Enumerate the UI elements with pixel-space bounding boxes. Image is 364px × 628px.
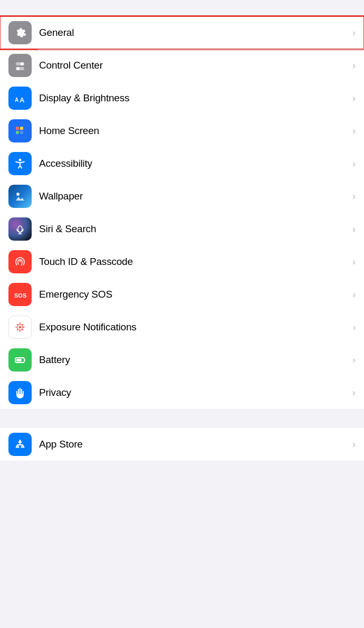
svg-line-23	[22, 329, 23, 330]
hand-icon	[8, 381, 32, 404]
chevron-right-icon: ›	[352, 158, 356, 169]
svg-text:SOS: SOS	[14, 292, 26, 299]
battery-icon	[8, 348, 32, 372]
chevron-right-icon: ›	[352, 60, 356, 71]
settings-row-wallpaper[interactable]: Wallpaper›	[0, 180, 364, 213]
svg-point-17	[19, 326, 21, 328]
settings-label-app-store: App Store	[39, 439, 348, 450]
settings-row-exposure-notifications[interactable]: Exposure Notifications›	[0, 311, 364, 344]
settings-label-emergency-sos: Emergency SOS	[39, 289, 348, 300]
settings-label-privacy: Privacy	[39, 387, 348, 398]
section-gap	[0, 409, 364, 428]
settings-label-general: General	[39, 27, 348, 39]
toggle-icon	[8, 54, 32, 77]
svg-rect-8	[16, 131, 19, 134]
svg-point-1	[21, 62, 24, 65]
settings-label-control-center: Control Center	[39, 60, 348, 71]
settings-label-home-screen: Home Screen	[39, 125, 348, 137]
svg-rect-9	[20, 131, 23, 134]
settings-section-bottom: App Store›	[0, 428, 364, 461]
accessibility-icon	[8, 152, 32, 175]
gear-icon	[8, 21, 32, 44]
chevron-right-icon: ›	[352, 224, 356, 235]
svg-rect-6	[16, 127, 19, 130]
chevron-right-icon: ›	[352, 322, 356, 333]
settings-row-display-brightness[interactable]: A A Display & Brightness›	[0, 82, 364, 115]
settings-row-control-center[interactable]: Control Center›	[0, 49, 364, 82]
chevron-right-icon: ›	[352, 93, 356, 104]
svg-rect-28	[16, 359, 22, 361]
svg-line-22	[17, 325, 18, 325]
settings-label-wallpaper: Wallpaper	[39, 191, 348, 202]
aa-icon: A A	[8, 87, 32, 110]
svg-text:A: A	[20, 96, 25, 104]
svg-rect-7	[20, 127, 23, 130]
svg-point-11	[16, 193, 20, 196]
settings-row-general[interactable]: General›	[0, 16, 364, 49]
settings-row-accessibility[interactable]: Accessibility›	[0, 147, 364, 180]
settings-label-battery: Battery	[39, 354, 348, 366]
settings-label-exposure-notifications: Exposure Notifications	[39, 321, 348, 333]
settings-row-touch-id-passcode[interactable]: Touch ID & Passcode›	[0, 245, 364, 278]
settings-row-app-store[interactable]: App Store›	[0, 428, 364, 461]
chevron-right-icon: ›	[352, 387, 356, 398]
svg-point-3	[16, 67, 20, 70]
settings-section-main: General› Control Center› A A Display & B…	[0, 16, 364, 409]
settings-label-touch-id-passcode: Touch ID & Passcode	[39, 256, 348, 268]
settings-label-accessibility: Accessibility	[39, 158, 348, 169]
wallpaper-icon	[8, 185, 32, 208]
siri-icon	[8, 217, 32, 241]
settings-row-privacy[interactable]: Privacy›	[0, 376, 364, 409]
exposure-icon	[8, 316, 32, 339]
settings-row-emergency-sos[interactable]: SOS Emergency SOS›	[0, 278, 364, 311]
settings-row-home-screen[interactable]: Home Screen›	[0, 115, 364, 147]
chevron-right-icon: ›	[352, 126, 356, 137]
grid-icon	[8, 119, 32, 142]
chevron-right-icon: ›	[352, 256, 356, 268]
fingerprint-icon	[8, 250, 32, 273]
settings-label-siri-search: Siri & Search	[39, 223, 348, 235]
settings-row-siri-search[interactable]: Siri & Search›	[0, 213, 364, 245]
chevron-right-icon: ›	[352, 289, 356, 300]
appstore-icon	[8, 433, 32, 456]
svg-line-25	[22, 325, 23, 325]
chevron-right-icon: ›	[352, 27, 356, 39]
sos-icon: SOS	[8, 283, 32, 306]
chevron-right-icon: ›	[352, 439, 356, 450]
settings-row-battery[interactable]: Battery›	[0, 344, 364, 376]
svg-line-24	[17, 329, 18, 330]
chevron-right-icon: ›	[352, 355, 356, 366]
svg-rect-27	[24, 359, 25, 361]
svg-rect-29	[17, 394, 23, 398]
svg-text:A: A	[15, 97, 18, 103]
svg-point-12	[18, 226, 22, 232]
svg-point-10	[19, 159, 22, 161]
settings-label-display-brightness: Display & Brightness	[39, 92, 348, 104]
settings-header	[0, 0, 364, 16]
chevron-right-icon: ›	[352, 191, 356, 202]
